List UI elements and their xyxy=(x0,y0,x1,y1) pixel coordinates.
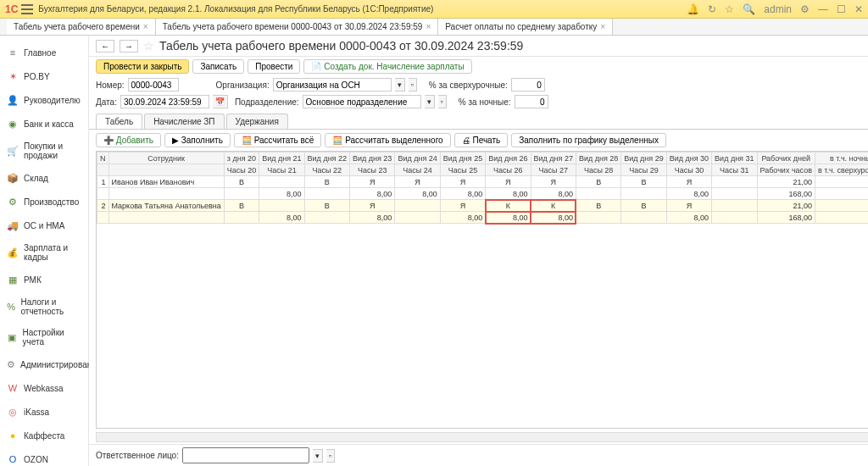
doc-tab[interactable]: Табель учета рабочего времени 0000-0043 … xyxy=(156,19,439,35)
night-label: % за ночные: xyxy=(459,97,511,107)
horizontal-scrollbar[interactable] xyxy=(96,432,868,442)
logo-1c: 1C xyxy=(5,3,18,15)
user-label[interactable]: admin xyxy=(764,3,792,15)
add-button[interactable]: ➕ Добавить xyxy=(96,133,161,147)
sidebar-item[interactable]: 📦Склад xyxy=(0,166,88,190)
minimize-icon[interactable]: — xyxy=(818,3,828,15)
sidebar-item-label: Налоги и отчетность xyxy=(20,297,81,316)
sidebar-item-label: ОС и НМА xyxy=(24,221,64,230)
sidebar-item[interactable]: ≡Главное xyxy=(0,41,88,64)
page-title: Табель учета рабочего времени 0000-0043 … xyxy=(159,39,523,53)
timesheet-grid[interactable]: NСотрудникз дня 20Вид дня 21Вид дня 22Ви… xyxy=(96,151,868,429)
date-field[interactable] xyxy=(120,95,209,108)
sidebar-item[interactable]: %Налоги и отчетность xyxy=(0,291,88,322)
sidebar-item-label: PO.BY xyxy=(24,72,50,81)
sidebar-item[interactable]: ⚙Производство xyxy=(0,190,88,214)
number-label: Номер: xyxy=(96,80,125,90)
sidebar-item[interactable]: WWebkassa xyxy=(0,376,88,400)
forward-button[interactable]: → xyxy=(120,40,138,53)
section-icon: ▣ xyxy=(7,331,18,343)
post-button[interactable]: Провести xyxy=(248,59,300,74)
sidebar-item[interactable]: OOZON xyxy=(0,447,88,466)
sidebar-item[interactable]: ◉Банк и касса xyxy=(0,112,88,136)
section-icon: 💰 xyxy=(7,247,19,258)
close-icon[interactable]: ✕ xyxy=(854,3,863,15)
dropdown-icon[interactable]: ▾ xyxy=(425,95,435,108)
open-icon[interactable]: ▫ xyxy=(409,78,417,92)
history-icon[interactable]: ↻ xyxy=(708,3,716,15)
menu-icon[interactable] xyxy=(21,4,33,14)
section-icon: ⚙ xyxy=(7,196,19,208)
section-icon: O xyxy=(7,453,19,465)
sidebar-item-label: Главное xyxy=(24,48,56,58)
fill-graph-button[interactable]: Заполнить по графику выделенных xyxy=(511,133,666,147)
close-icon[interactable]: × xyxy=(600,22,605,31)
print-button[interactable]: 🖨 Печать xyxy=(454,133,509,147)
responsible-label: Ответственное лицо: xyxy=(96,451,179,460)
bell-icon[interactable]: 🔔 xyxy=(687,3,699,15)
document-tabs: Табель учета рабочего времени× Табель уч… xyxy=(0,19,868,36)
calendar-icon[interactable]: 📅 xyxy=(213,95,228,108)
overtime-field[interactable] xyxy=(511,78,545,92)
tab-accrual[interactable]: Начисление ЗП xyxy=(144,114,224,129)
sidebar-item-label: Webkassa xyxy=(24,384,64,393)
sidebar-item[interactable]: ●Каффеста xyxy=(0,424,88,447)
section-icon: 🚚 xyxy=(7,219,19,231)
number-field[interactable] xyxy=(128,78,179,92)
sidebar-item[interactable]: 💰Зарплата и кадры xyxy=(0,237,88,268)
fill-button[interactable]: ▶ Заполнить xyxy=(164,133,231,147)
sidebar-item[interactable]: ▣Настройки учета xyxy=(0,322,88,352)
section-icon: 🛒 xyxy=(7,145,19,157)
close-icon[interactable]: × xyxy=(426,22,431,31)
doc-tab[interactable]: Расчет оплаты по среднему заработку× xyxy=(438,19,613,35)
doc-tab[interactable]: Табель учета рабочего времени× xyxy=(7,19,156,35)
section-icon: ● xyxy=(7,430,19,441)
star-icon[interactable]: ☆ xyxy=(725,3,734,15)
sidebar-item-label: OZON xyxy=(24,455,48,464)
sidebar-item[interactable]: ✶PO.BY xyxy=(0,64,88,88)
back-button[interactable]: ← xyxy=(96,40,114,53)
section-icon: ⚙ xyxy=(7,358,15,370)
write-button[interactable]: Записать xyxy=(192,59,244,74)
org-field[interactable] xyxy=(273,78,392,92)
recalc-all-button[interactable]: 🧮 Рассчитать всё xyxy=(234,133,322,147)
maximize-icon[interactable]: ☐ xyxy=(837,3,846,15)
subdiv-field[interactable] xyxy=(303,95,421,108)
open-icon[interactable]: ▫ xyxy=(438,95,447,108)
sidebar-item-label: Зарплата и кадры xyxy=(24,243,81,262)
sidebar-item-label: Каффеста xyxy=(24,431,64,441)
sidebar-item[interactable]: ◎iKassa xyxy=(0,400,88,424)
tab-deduction[interactable]: Удержания xyxy=(226,114,288,129)
settings-icon[interactable]: ⚙ xyxy=(800,3,810,15)
section-icon: ▦ xyxy=(7,274,19,286)
dropdown-icon[interactable]: ▾ xyxy=(313,449,323,463)
recalc-sel-button[interactable]: 🧮 Рассчитать выделенного xyxy=(325,133,450,147)
section-icon: ✶ xyxy=(7,70,19,82)
responsible-field[interactable] xyxy=(182,447,309,463)
sidebar-item-label: Покупки и продажи xyxy=(24,141,81,160)
section-icon: 👤 xyxy=(7,94,19,106)
sidebar-item[interactable]: ⚙Администрирование xyxy=(0,352,88,376)
create-doc-button[interactable]: 📄 Создать док. Начисление зарплаты xyxy=(303,59,471,74)
subdiv-label: Подразделение: xyxy=(235,97,299,107)
dropdown-icon[interactable]: ▾ xyxy=(395,78,405,92)
tab-timesheet[interactable]: Табель xyxy=(96,114,142,129)
app-title: Бухгалтерия для Беларуси, редакция 2.1. … xyxy=(38,4,687,14)
sidebar-item[interactable]: ▦РМК xyxy=(0,268,88,291)
open-icon[interactable]: ▫ xyxy=(326,449,335,463)
search-icon[interactable]: 🔍 xyxy=(743,3,755,15)
org-label: Организация: xyxy=(216,80,270,90)
sidebar-item-label: Производство xyxy=(24,197,79,207)
sidebar-item[interactable]: 👤Руководителю xyxy=(0,88,88,112)
section-icon: ◉ xyxy=(7,118,19,130)
section-icon: % xyxy=(7,301,15,313)
section-icon: 📦 xyxy=(7,172,19,184)
section-icon: ≡ xyxy=(7,47,19,58)
sidebar: ≡Главное✶PO.BY👤Руководителю◉Банк и касса… xyxy=(0,36,89,466)
post-and-close-button[interactable]: Провести и закрыть xyxy=(96,59,189,74)
night-field[interactable] xyxy=(515,95,548,108)
sidebar-item[interactable]: 🚚ОС и НМА xyxy=(0,214,88,237)
sidebar-item[interactable]: 🛒Покупки и продажи xyxy=(0,136,88,166)
favorite-icon[interactable]: ☆ xyxy=(143,39,154,53)
close-icon[interactable]: × xyxy=(143,22,148,31)
